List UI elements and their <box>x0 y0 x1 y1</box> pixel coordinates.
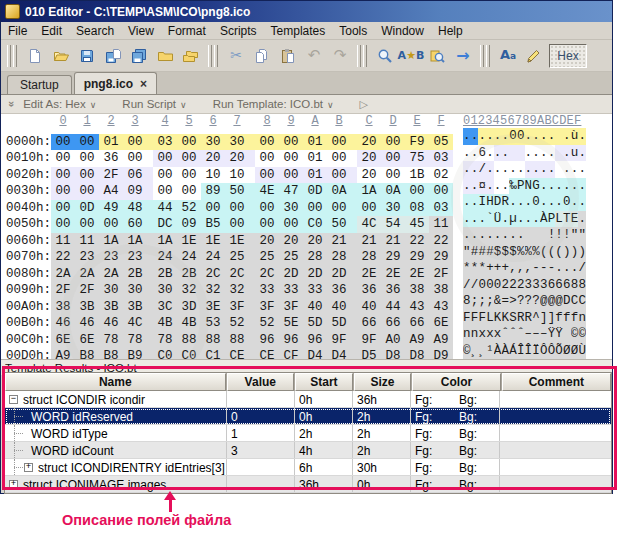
hex-ascii-char[interactable]: . <box>563 260 571 277</box>
hex-ascii-char[interactable]: . <box>540 194 548 211</box>
hex-ascii-char[interactable]: . <box>525 145 533 162</box>
hex-ascii-char[interactable]: P <box>548 211 556 228</box>
hex-ascii-char[interactable]: ! <box>548 227 556 244</box>
hex-ascii-char[interactable]: # <box>471 244 479 261</box>
hex-ascii-char[interactable]: . <box>555 194 563 211</box>
hex-ascii-char[interactable]: R <box>517 310 525 327</box>
menu-format[interactable]: Format <box>161 23 213 39</box>
hex-ascii-char[interactable]: 0 <box>517 128 525 145</box>
hex-ascii-char[interactable]: # <box>478 244 486 261</box>
hex-ascii-char[interactable]: . <box>478 211 486 228</box>
hex-byte[interactable]: B8 <box>99 348 123 359</box>
hex-ascii-char[interactable]: ] <box>548 310 556 327</box>
hex-ascii-char[interactable]: @ <box>555 293 563 310</box>
hex-ascii-char[interactable]: ] <box>540 310 548 327</box>
menu-templates[interactable]: Templates <box>264 23 333 39</box>
hex-ascii-char[interactable]: – <box>540 326 548 343</box>
hex-ascii-char[interactable]: Ø <box>571 343 579 360</box>
hex-ascii-char[interactable]: . <box>471 211 479 228</box>
hex-ascii-char[interactable]: + <box>486 260 494 277</box>
hex-ascii-char[interactable]: , <box>517 260 525 277</box>
hex-ascii-char[interactable]: . <box>494 178 502 195</box>
hex-ascii-char[interactable]: f <box>563 310 571 327</box>
hex-ascii-char[interactable]: 2 <box>501 277 509 294</box>
hex-ascii-char[interactable]: 0 <box>478 277 486 294</box>
hex-byte[interactable]: D9 <box>429 348 453 359</box>
hex-byte[interactable]: CE <box>225 348 255 359</box>
menu-edit[interactable]: Edit <box>34 23 69 39</box>
hex-ascii-char[interactable]: . <box>471 178 479 195</box>
hex-ascii-char[interactable]: . <box>540 178 548 195</box>
hex-ascii-char[interactable]: T <box>563 211 571 228</box>
hex-ascii-char[interactable]: $ <box>509 244 517 261</box>
hex-ascii-char[interactable]: . <box>517 211 525 228</box>
hex-ascii-char[interactable]: . <box>540 161 548 178</box>
hex-ascii-char[interactable]: 8 <box>463 293 471 310</box>
hex-ascii-char[interactable]: . <box>548 145 556 162</box>
hex-ascii-char[interactable]: 6 <box>478 145 486 162</box>
hex-ascii-char[interactable]: . <box>501 161 509 178</box>
folder-button[interactable] <box>153 44 177 68</box>
hex-ascii-char[interactable]: ^ <box>532 310 540 327</box>
column-header-size[interactable]: Size <box>354 373 412 391</box>
expand-expander-icon[interactable]: + <box>24 463 33 472</box>
hex-ascii-char[interactable]: / <box>471 277 479 294</box>
expand-expander-icon[interactable]: + <box>9 480 18 489</box>
hex-ascii-char[interactable]: F <box>471 310 479 327</box>
hex-ascii-char[interactable]: 8 <box>578 277 586 294</box>
hex-ascii-char[interactable]: 6 <box>555 277 563 294</box>
hex-view-toggle-button[interactable]: Hex <box>549 44 587 68</box>
hex-ascii-char[interactable] <box>555 161 563 178</box>
hex-ascii-char[interactable]: . <box>463 211 471 228</box>
hex-ascii-char[interactable]: 0 <box>563 194 571 211</box>
hex-ascii-char[interactable]: % <box>532 244 540 261</box>
close-icon[interactable]: × <box>140 77 147 91</box>
hex-ascii-char[interactable]: . <box>463 128 471 145</box>
hex-ascii-char[interactable]: . <box>532 128 540 145</box>
hex-ascii-char[interactable]: K <box>501 310 509 327</box>
hex-ascii-char[interactable]: . <box>486 227 494 244</box>
hex-ascii-char[interactable]: ¸ <box>471 343 479 360</box>
hex-ascii-char[interactable]: - <box>548 260 556 277</box>
hex-ascii-char[interactable]: . <box>517 194 525 211</box>
hex-ascii-char[interactable]: 8 <box>571 277 579 294</box>
template-row[interactable]: −struct ICONDIR icondir0h36hFg:Bg: <box>5 391 611 408</box>
hex-ascii-char[interactable]: . <box>509 194 517 211</box>
hex-ascii-char[interactable]: 6 <box>563 277 571 294</box>
hex-ascii-char[interactable]: / <box>478 161 486 178</box>
column-header-name[interactable]: Name <box>5 373 226 391</box>
hex-ascii-char[interactable]: ¹ <box>486 343 494 360</box>
hex-ascii-char[interactable]: u <box>571 145 579 162</box>
hex-ascii-char[interactable]: @ <box>540 293 548 310</box>
hex-ascii-char[interactable]: Ô <box>540 343 548 360</box>
hex-ascii-char[interactable]: . <box>525 194 533 211</box>
hex-byte[interactable]: A9 <box>51 348 75 359</box>
hex-byte[interactable]: C0 <box>177 348 201 359</box>
hex-ascii-char[interactable]: H <box>486 194 494 211</box>
hex-ascii-char[interactable]: . <box>509 227 517 244</box>
hex-ascii-char[interactable]: > <box>509 293 517 310</box>
hex-ascii-char[interactable]: ) <box>563 244 571 261</box>
font-button[interactable]: Aa <box>496 44 520 68</box>
hex-ascii-char[interactable]: + <box>501 260 509 277</box>
template-row[interactable]: WORD idType12h2hFg:Bg: <box>5 425 611 442</box>
goto-address-button[interactable]: → <box>451 44 475 68</box>
hex-ascii-char[interactable]: . <box>471 194 479 211</box>
hex-ascii-char[interactable]: . <box>501 211 509 228</box>
hex-ascii-char[interactable]: . <box>463 194 471 211</box>
hex-ascii-char[interactable]: x <box>478 326 486 343</box>
tab-startup[interactable]: Startup <box>7 75 72 94</box>
hex-ascii-char[interactable]: - <box>540 260 548 277</box>
hex-ascii-char[interactable]: $ <box>494 244 502 261</box>
hex-byte[interactable]: CE <box>255 348 279 359</box>
hex-ascii-char[interactable] <box>563 326 571 343</box>
hex-ascii-char[interactable]: % <box>525 244 533 261</box>
hex-byte[interactable]: B8 <box>75 348 99 359</box>
hex-ascii-char[interactable]: n <box>471 326 479 343</box>
hex-ascii-char[interactable]: P <box>517 178 525 195</box>
hex-ascii-char[interactable]: f <box>571 310 579 327</box>
hex-ascii-char[interactable]: . <box>578 145 586 162</box>
hex-ascii-char[interactable]: Ü <box>494 211 502 228</box>
hex-ascii-char[interactable]: " <box>571 227 579 244</box>
hex-ascii-char[interactable]: . <box>578 178 586 195</box>
